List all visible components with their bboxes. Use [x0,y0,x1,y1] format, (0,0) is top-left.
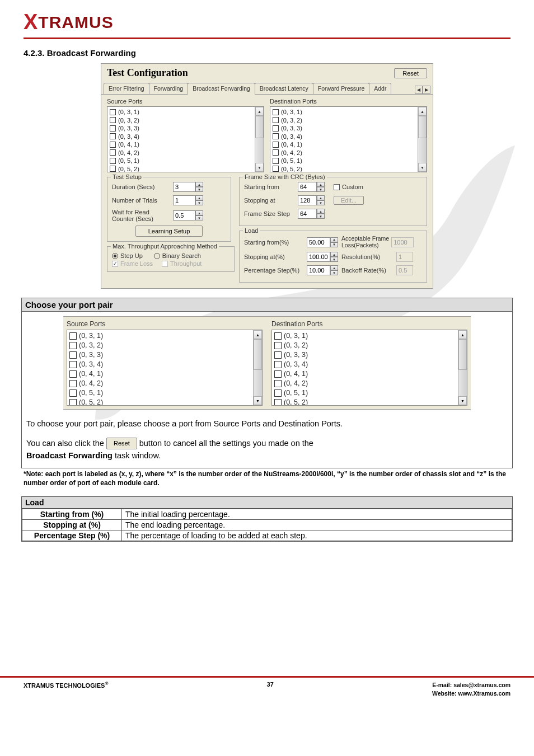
duration-field[interactable] [173,182,195,192]
spin-down-icon[interactable]: ▼ [317,187,325,192]
checkbox-icon[interactable] [69,370,77,378]
checkbox-icon[interactable] [273,142,279,148]
radio-binary-search[interactable] [154,253,160,259]
pct-step-field[interactable] [307,265,330,275]
scroll-down-icon[interactable]: ▼ [255,163,264,172]
source-ports-listbox[interactable]: (0, 3, 1) (0, 3, 2) (0, 3, 3) (0, 3, 4) … [107,106,264,172]
frame-step-field[interactable] [298,209,317,219]
frame-start-input[interactable]: ▲▼ [298,182,326,192]
tab-addr[interactable]: Addr [369,83,391,94]
checkbox-icon[interactable] [274,342,282,349]
checkbox-icon[interactable] [69,342,77,349]
scroll-thumb[interactable] [418,116,427,138]
pp-dest-listbox[interactable]: (0, 3, 1) (0, 3, 2) (0, 3, 3) (0, 3, 4) … [271,330,467,406]
checkbox-icon[interactable] [273,149,279,156]
checkbox-icon[interactable] [274,351,282,359]
checkbox-icon[interactable] [69,399,77,405]
checkbox-icon[interactable] [273,166,279,172]
spin-down-icon[interactable]: ▼ [330,257,338,262]
reset-button[interactable]: Reset [394,68,427,78]
tab-scroll-right[interactable]: ▶ [423,86,430,94]
spin-up-icon[interactable]: ▲ [195,195,203,200]
spin-up-icon[interactable]: ▲ [330,265,338,270]
checkbox-custom[interactable] [334,184,340,190]
pp-source-listbox[interactable]: (0, 3, 1) (0, 3, 2) (0, 3, 3) (0, 3, 4) … [67,330,263,406]
checkbox-icon[interactable] [69,361,77,368]
checkbox-icon[interactable] [110,133,116,139]
tab-forwarding[interactable]: Forwarding [149,83,189,94]
checkbox-icon[interactable] [274,361,282,368]
spin-up-icon[interactable]: ▲ [195,210,203,215]
spin-up-icon[interactable]: ▲ [317,182,325,187]
wait-input[interactable]: ▲▼ [173,210,204,220]
scroll-down-icon[interactable]: ▼ [418,163,427,172]
checkbox-icon[interactable] [273,109,279,115]
checkbox-icon[interactable] [274,332,282,340]
scrollbar[interactable]: ▲ ▼ [255,107,264,172]
checkbox-icon[interactable] [273,158,279,164]
spin-up-icon[interactable]: ▲ [317,195,325,200]
load-start-input[interactable]: ▲▼ [307,237,339,247]
checkbox-icon[interactable] [274,380,282,387]
spin-up-icon[interactable]: ▲ [195,182,203,187]
trials-field[interactable] [173,195,195,205]
scrollbar[interactable]: ▲ ▼ [458,330,467,405]
checkbox-icon[interactable] [274,399,282,405]
checkbox-icon[interactable] [273,117,279,123]
scroll-up-icon[interactable]: ▲ [458,330,467,339]
frame-stop-input[interactable]: ▲▼ [298,195,326,205]
checkbox-icon[interactable] [110,125,116,132]
scroll-up-icon[interactable]: ▲ [418,107,427,116]
checkbox-icon[interactable] [273,125,279,132]
checkbox-icon[interactable] [110,142,116,148]
scrollbar[interactable]: ▲ ▼ [253,330,262,405]
checkbox-icon[interactable] [110,149,116,156]
scroll-thumb[interactable] [458,339,467,370]
checkbox-icon[interactable] [110,158,116,164]
load-stop-field[interactable] [307,252,330,262]
reset-inline-button[interactable]: Reset [106,438,137,449]
tab-error-filtering[interactable]: Error Filtering [104,83,149,94]
checkbox-icon[interactable] [69,389,77,397]
load-stop-input[interactable]: ▲▼ [307,252,339,262]
load-start-field[interactable] [307,237,330,247]
checkbox-icon[interactable] [110,166,116,172]
pct-step-input[interactable]: ▲▼ [307,265,339,275]
spin-down-icon[interactable]: ▼ [195,187,203,192]
trials-input[interactable]: ▲▼ [173,195,204,205]
scroll-thumb[interactable] [255,116,264,138]
checkbox-icon[interactable] [110,117,116,123]
duration-input[interactable]: ▲▼ [173,182,204,192]
wait-field[interactable] [173,210,195,220]
frame-start-field[interactable] [298,182,317,192]
spin-down-icon[interactable]: ▼ [317,214,325,219]
checkbox-icon[interactable] [274,389,282,397]
spin-down-icon[interactable]: ▼ [330,242,338,247]
spin-down-icon[interactable]: ▼ [195,215,203,220]
scroll-up-icon[interactable]: ▲ [254,330,262,339]
tab-forward-pressure[interactable]: Forward Pressure [313,83,369,94]
learning-setup-button[interactable]: Learning Setup [135,226,203,237]
checkbox-icon[interactable] [69,332,77,340]
scrollbar[interactable]: ▲ ▼ [418,107,427,172]
spin-down-icon[interactable]: ▼ [330,270,338,275]
spin-up-icon[interactable]: ▲ [330,252,338,257]
checkbox-icon[interactable] [274,370,282,378]
spin-up-icon[interactable]: ▲ [317,209,325,214]
scroll-up-icon[interactable]: ▲ [255,107,264,116]
tab-broadcast-forwarding[interactable]: Broadcast Forwarding [188,83,255,95]
radio-step-up[interactable] [112,253,118,259]
checkbox-icon[interactable] [273,133,279,139]
spin-up-icon[interactable]: ▲ [330,237,338,242]
destination-ports-listbox[interactable]: (0, 3, 1) (0, 3, 2) (0, 3, 3) (0, 3, 4) … [270,106,427,172]
spin-down-icon[interactable]: ▼ [195,200,203,205]
spin-down-icon[interactable]: ▼ [317,200,325,205]
scroll-down-icon[interactable]: ▼ [254,396,262,405]
frame-stop-field[interactable] [298,195,317,205]
scroll-down-icon[interactable]: ▼ [458,396,467,405]
frame-step-input[interactable]: ▲▼ [298,209,326,219]
checkbox-icon[interactable] [69,380,77,387]
checkbox-icon[interactable] [110,109,116,115]
tab-scroll-left[interactable]: ◀ [415,86,423,94]
scroll-thumb[interactable] [254,339,262,370]
